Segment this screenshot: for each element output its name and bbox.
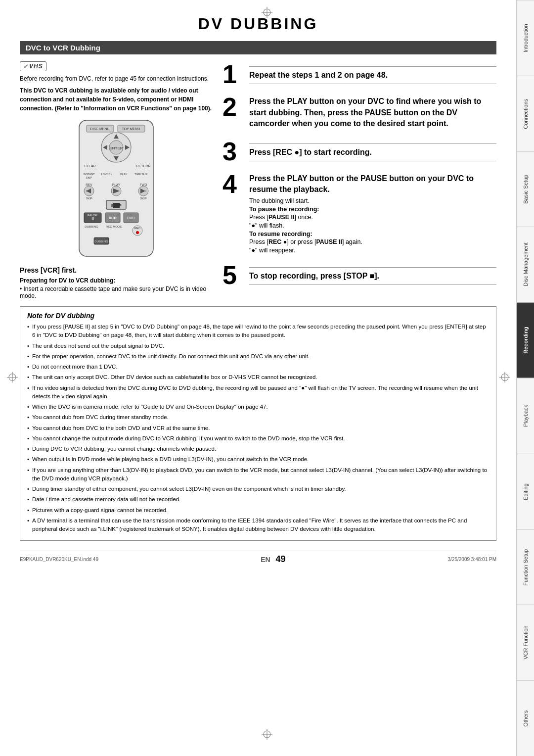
note-item-14: Date / time and cassette memory data wil… (27, 495, 489, 504)
step-5-title: To stop recording, press [STOP ■]. (249, 271, 496, 282)
note-item-10: During DVC to VCR dubbing, you cannot ch… (27, 445, 489, 453)
step-4-number: 4 (222, 171, 242, 197)
svg-text:TOP MENU: TOP MENU (122, 127, 140, 131)
step-4-detail-4: To resume recording: (249, 231, 496, 237)
step-1-number: 1 (222, 61, 242, 87)
step-4-block: 4 Press the PLAY button or the PAUSE but… (222, 171, 496, 255)
vhs-icon-area: ✓ VHS (20, 61, 213, 71)
note-item-16: A DV terminal is a terminal that can use… (27, 517, 489, 534)
step-2-number: 2 (222, 94, 242, 120)
step-4-detail-3: "●" will flash. (249, 222, 496, 229)
step-5-block: 5 To stop recording, press [STOP ■]. (222, 262, 496, 288)
preparing-header: Preparing for DV to VCR dubbing: (20, 277, 213, 284)
step-3-block: 3 Press [REC ●] to start recording. (222, 139, 496, 164)
step-5-number: 5 (222, 262, 242, 288)
note-item-11: When output is in DVD mode while playing… (27, 455, 489, 464)
step-3-title: Press [REC ●] to start recording. (249, 147, 496, 158)
svg-rect-46 (113, 203, 120, 208)
sidebar-tab-others[interactable]: Others (517, 680, 534, 756)
svg-text:DUBBING: DUBBING (94, 240, 108, 243)
sidebar-tab-function-setup[interactable]: Function Setup (517, 529, 534, 605)
preparing-text: • Insert a recordable cassette tape and … (20, 285, 213, 299)
sidebar-tab-connections[interactable]: Connections (517, 76, 534, 151)
page-title: DV DUBBING (20, 15, 496, 33)
press-vcr-label: Press [VCR] first. (20, 266, 213, 274)
svg-text:RETURN: RETURN (136, 164, 150, 168)
footer: E9PKAUD_DVR620KU_EN.indd 49 EN 49 3/25/2… (20, 551, 496, 565)
svg-text:VCR: VCR (109, 216, 117, 220)
svg-text:DISC MENU: DISC MENU (90, 127, 109, 131)
svg-text:REC MODE: REC MODE (106, 225, 122, 228)
right-column: 1 Repeat the steps 1 and 2 on page 48. 2… (222, 61, 496, 299)
svg-text:SKIP: SKIP (86, 176, 92, 179)
svg-text:1.3x/0.8x: 1.3x/0.8x (101, 173, 112, 176)
remote-illustration: DISC MENU TOP MENU ENTER CLEAR (20, 118, 213, 261)
intro-text: Before recording from DVC, refer to page… (20, 75, 213, 82)
note-item-12: If you are using anything other than L3(… (27, 466, 489, 483)
svg-point-58 (136, 231, 139, 234)
note-item-3: Do not connect more than 1 DVC. (27, 363, 489, 371)
note-item-9: You cannot change the output mode during… (27, 434, 489, 443)
step-3-number: 3 (222, 139, 242, 164)
sidebar-tab-introduction[interactable]: Introduction (517, 0, 534, 76)
sidebar-tabs: Introduction Connections Basic Setup Dis… (516, 0, 534, 756)
note-items-list: If you press [PAUSE II] at step 5 in "DV… (27, 323, 489, 533)
svg-text:INSTANT: INSTANT (83, 173, 95, 176)
warning-text: This DVC to VCR dubbing is available onl… (20, 86, 213, 113)
note-item-15: Pictures with a copy-guard signal cannot… (27, 506, 489, 515)
svg-text:SKIP: SKIP (140, 197, 147, 200)
svg-text:⏸: ⏸ (90, 216, 95, 221)
step-4-content: Press the PLAY button or the PAUSE butto… (249, 171, 496, 255)
note-item-13: During timer standby of either component… (27, 485, 489, 493)
note-item-0: If you press [PAUSE II] at step 5 in "DV… (27, 323, 489, 340)
sidebar-tab-recording[interactable]: Recording (517, 302, 534, 378)
sidebar-tab-vcr-function[interactable]: VCR Function (517, 605, 534, 680)
svg-text:ENTER: ENTER (109, 146, 123, 150)
footer-left-text: E9PKAUD_DVR620KU_EN.indd 49 (20, 557, 98, 562)
step-1-block: 1 Repeat the steps 1 and 2 on page 48. (222, 61, 496, 87)
note-item-6: When the DVC is in camera mode, refer to… (27, 403, 489, 411)
sidebar-tab-editing[interactable]: Editing (517, 454, 534, 529)
note-item-7: You cannot dub from DVC during timer sta… (27, 413, 489, 422)
step-2-block: 2 Press the PLAY button on your DVC to f… (222, 94, 496, 131)
vhs-label: VHS (29, 63, 43, 70)
sidebar-tab-disc-management[interactable]: Disc Management (517, 227, 534, 302)
step-3-content: Press [REC ●] to start recording. (249, 139, 496, 164)
step-4-detail-5: Press [REC ●] or press [PAUSE II] again. (249, 238, 496, 245)
note-section: Note for DV dubbing If you press [PAUSE … (20, 306, 496, 541)
page-wrapper: Introduction Connections Basic Setup Dis… (0, 0, 534, 756)
step-5-content: To stop recording, press [STOP ■]. (249, 262, 496, 288)
sidebar-tab-basic-setup[interactable]: Basic Setup (517, 151, 534, 227)
step-2-content: Press the PLAY button on your DVC to fin… (249, 94, 496, 131)
svg-text:DVD: DVD (127, 216, 135, 220)
left-column: ✓ VHS Before recording from DVC, refer t… (20, 61, 213, 299)
note-item-8: You cannot dub from DVC to the both DVD … (27, 424, 489, 432)
step-4-detail-1: To pause the recording: (249, 206, 496, 213)
main-content: DV DUBBING DVC to VCR Dubbing ✓ VHS Befo… (0, 0, 516, 756)
section-header: DVC to VCR Dubbing (20, 41, 496, 54)
footer-right-text: 3/25/2009 3:48:01 PM (448, 557, 496, 562)
note-item-1: The unit does not send out the output si… (27, 342, 489, 350)
sidebar-tab-playback[interactable]: Playback (517, 378, 534, 454)
step-4-detail-2: Press [PAUSE II] once. (249, 214, 496, 221)
vhs-check-icon: ✓ (23, 63, 28, 70)
en-label: EN (261, 556, 270, 564)
step-2-title: Press the PLAY button on your DVC to fin… (249, 96, 496, 129)
step-4-detail-0: The dubbing will start. (249, 197, 496, 204)
svg-text:DUBBING: DUBBING (85, 225, 98, 228)
svg-text:SKIP: SKIP (86, 197, 92, 200)
page-number: 49 (275, 554, 285, 564)
two-col-layout: ✓ VHS Before recording from DVC, refer t… (20, 61, 496, 299)
step-4-title: Press the PLAY button or the PAUSE butto… (249, 173, 496, 195)
note-title: Note for DV dubbing (27, 312, 489, 320)
note-item-2: For the proper operation, connect DVC to… (27, 352, 489, 361)
svg-text:CLEAR: CLEAR (84, 164, 95, 168)
note-item-5: If no video signal is detected from the … (27, 384, 489, 401)
step-1-content: Repeat the steps 1 and 2 on page 48. (249, 61, 496, 87)
en-page-number: EN 49 (261, 554, 285, 565)
step-4-detail-6: "●" will reappear. (249, 247, 496, 254)
svg-text:REC: REC (134, 227, 141, 230)
vhs-logo: ✓ VHS (20, 61, 46, 71)
svg-text:TIME SLIP: TIME SLIP (134, 173, 148, 176)
svg-text:PLAY: PLAY (120, 173, 127, 176)
